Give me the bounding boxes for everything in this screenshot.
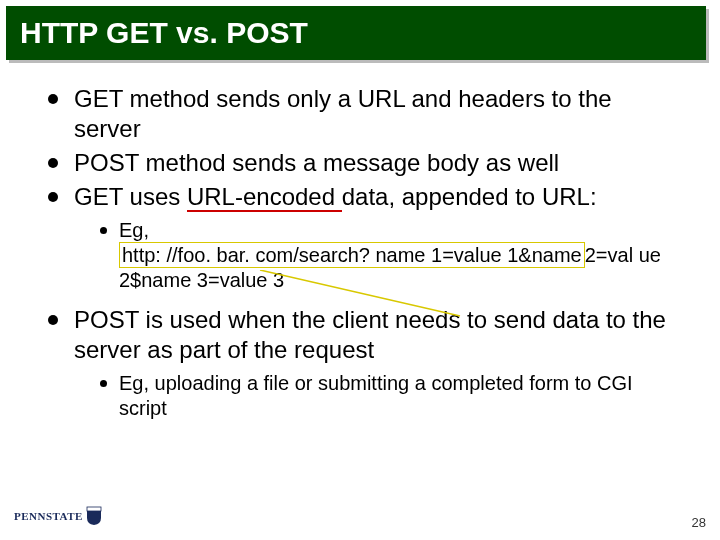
sub-bullet-text: Eg, uploading a file or submitting a com…	[119, 371, 680, 421]
shield-icon	[86, 506, 102, 526]
bullet-item: GET method sends only a URL and headers …	[48, 84, 680, 144]
bullet-text: GET method sends only a URL and headers …	[74, 84, 680, 144]
sub-bullet-item: Eg, uploading a file or submitting a com…	[100, 371, 680, 421]
sub-bullet-dot-icon	[100, 227, 107, 234]
sub-bullet-dot-icon	[100, 380, 107, 387]
sub-bullet-text: Eg, http: //foo. bar. com/search? name 1…	[119, 218, 680, 293]
logo-text: PENNSTATE	[14, 510, 83, 522]
bullet-dot-icon	[48, 94, 58, 104]
title-bar: HTTP GET vs. POST	[6, 6, 706, 60]
underlined-term: URL-encoded	[187, 183, 342, 212]
pennstate-logo: PENNSTATE	[14, 506, 102, 526]
sub-bullet-group: Eg, http: //foo. bar. com/search? name 1…	[100, 218, 680, 293]
bullet-item: GET uses URL-encoded data, appended to U…	[48, 182, 680, 212]
bullet-dot-icon	[48, 158, 58, 168]
bullet-text: POST method sends a message body as well	[74, 148, 559, 178]
bullet-text: GET uses URL-encoded data, appended to U…	[74, 182, 597, 212]
bullet-text-part: data, appended to URL:	[342, 183, 597, 210]
slide-title: HTTP GET vs. POST	[20, 16, 692, 50]
sub-bullet-group: Eg, uploading a file or submitting a com…	[100, 371, 680, 421]
example-url: http: //foo. bar. com/search? name 1=val…	[119, 242, 661, 291]
example-label: Eg,	[119, 219, 149, 241]
page-number: 28	[692, 515, 706, 530]
slide-content: GET method sends only a URL and headers …	[0, 60, 720, 421]
annotated-url-segment: http: //foo. bar. com/search? name 1=val…	[119, 242, 585, 268]
bullet-item: POST method sends a message body as well	[48, 148, 680, 178]
bullet-dot-icon	[48, 315, 58, 325]
bullet-dot-icon	[48, 192, 58, 202]
sub-bullet-item: Eg, http: //foo. bar. com/search? name 1…	[100, 218, 680, 293]
bullet-text-part: GET uses	[74, 183, 187, 210]
bullet-item: POST is used when the client needs to se…	[48, 305, 680, 365]
bullet-text: POST is used when the client needs to se…	[74, 305, 680, 365]
svg-rect-1	[87, 507, 101, 511]
